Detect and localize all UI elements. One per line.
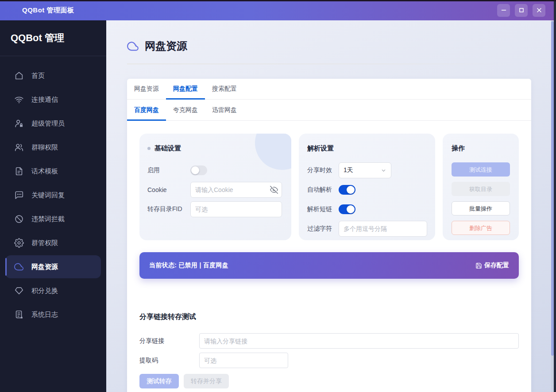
cookie-input[interactable] <box>190 182 282 198</box>
share-test-title: 分享链接转存测试 <box>139 312 519 322</box>
share-test-buttons: 测试转存 转存并分享 <box>139 374 519 388</box>
cookie-row: Cookie <box>147 182 283 198</box>
share-expiry-value: 1天 <box>344 166 353 174</box>
maximize-icon <box>519 8 524 13</box>
sidebar-item-admin-permission[interactable]: 群管权限 <box>5 231 101 254</box>
close-button[interactable] <box>533 4 545 17</box>
extract-code-row: 提取码 <box>139 353 519 368</box>
remove-ads-button[interactable]: 删除广告 <box>452 221 510 235</box>
auto-parse-row: 自动解析 <box>307 182 427 198</box>
toggle-knob <box>191 166 199 174</box>
filter-input[interactable] <box>339 221 427 237</box>
batch-operations-button[interactable]: 批量操作 <box>452 201 510 215</box>
config-cards: 基础设置 启用 Cookie <box>127 121 531 240</box>
sidebar-app-title: QQBot 管理 <box>0 20 106 56</box>
fid-row: 转存目录FID <box>147 201 283 217</box>
status-banner: 当前状态: 已禁用 | 百度网盘 保存配置 <box>139 252 519 279</box>
gear-icon <box>14 238 24 248</box>
sidebar-item-netdisk[interactable]: 网盘资源 <box>5 255 101 278</box>
maximize-button[interactable] <box>515 4 528 17</box>
short-link-row: 解析短链 <box>307 201 427 217</box>
filter-label: 过滤字符 <box>307 225 339 233</box>
sidebar-item-template[interactable]: 话术模板 <box>5 160 101 183</box>
status-text: 当前状态: 已禁用 | 百度网盘 <box>149 261 228 269</box>
window-right-edge <box>554 0 556 392</box>
sidebar-item-keyword-reply[interactable]: 关键词回复 <box>5 184 101 207</box>
short-link-label: 解析短链 <box>307 205 339 213</box>
sidebar-item-super-admin[interactable]: 超级管理员 <box>5 112 101 135</box>
scrollbar-thumb[interactable] <box>551 21 554 356</box>
actions-card: 操作 测试连接 获取目录 批量操作 删除广告 <box>443 134 519 240</box>
tab-netdisk-config[interactable]: 网盘配置 <box>166 79 205 99</box>
eye-off-icon[interactable] <box>270 186 278 194</box>
minimize-button[interactable] <box>497 4 510 17</box>
get-directory-button[interactable]: 获取目录 <box>452 182 510 196</box>
save-config-button[interactable]: 保存配置 <box>475 261 509 269</box>
extract-code-input[interactable] <box>199 353 288 368</box>
admin-lock-icon <box>14 119 24 128</box>
tab-bar: 网盘资源 网盘配置 搜索配置 <box>127 79 531 100</box>
share-expiry-row: 分享时效 1天 <box>307 162 427 178</box>
wifi-icon <box>14 95 24 104</box>
transfer-and-share-button[interactable]: 转存并分享 <box>184 374 229 388</box>
cookie-input-wrap <box>190 182 282 198</box>
save-icon <box>475 262 482 269</box>
sidebar: QQBot 管理 首页 连接通信 超级管理员 <box>0 20 106 392</box>
home-icon <box>14 71 24 81</box>
sidebar-item-logs[interactable]: 系统日志 <box>5 303 101 326</box>
filter-row: 过滤字符 <box>307 221 427 237</box>
log-doc-icon <box>14 310 24 319</box>
tab-search-config[interactable]: 搜索配置 <box>205 79 244 99</box>
keyword-reply-icon <box>14 190 24 200</box>
sidebar-item-group-permission[interactable]: 群聊权限 <box>5 136 101 159</box>
enable-row: 启用 <box>147 162 283 178</box>
bullet-dot-icon <box>147 147 151 150</box>
sidebar-item-points[interactable]: 积分兑换 <box>5 279 101 302</box>
share-link-label: 分享链接 <box>139 337 199 345</box>
share-link-input[interactable] <box>199 333 519 349</box>
actions-title: 操作 <box>452 144 510 153</box>
fid-label: 转存目录FID <box>147 205 190 213</box>
parse-settings-title: 解析设置 <box>307 144 427 153</box>
tab-netdisk-resources[interactable]: 网盘资源 <box>127 79 166 99</box>
window-top-edge <box>0 0 556 1</box>
ban-icon <box>14 214 24 224</box>
basic-settings-title: 基础设置 <box>147 144 283 153</box>
save-config-label: 保存配置 <box>484 261 509 269</box>
sidebar-item-connection[interactable]: 连接通信 <box>5 88 101 111</box>
share-link-row: 分享链接 <box>139 333 519 349</box>
test-transfer-button[interactable]: 测试转存 <box>139 374 179 388</box>
subtab-xunlei[interactable]: 迅雷网盘 <box>205 100 244 120</box>
share-expiry-select[interactable]: 1天 <box>339 162 391 178</box>
page-header: 网盘资源 <box>106 20 556 53</box>
scrollbar-track[interactable] <box>551 20 554 392</box>
auto-parse-toggle[interactable] <box>339 185 355 195</box>
test-connection-button[interactable]: 测试连接 <box>452 162 510 177</box>
group-users-icon <box>14 142 24 152</box>
enable-label: 启用 <box>147 166 190 174</box>
cookie-label: Cookie <box>147 186 190 193</box>
parse-settings-card: 解析设置 分享时效 1天 自动解析 <box>299 134 435 240</box>
sidebar-item-banned-words[interactable]: 违禁词拦截 <box>5 208 101 231</box>
cloud-icon <box>14 262 24 272</box>
sidebar-item-home[interactable]: 首页 <box>5 64 101 87</box>
titlebar: QQBot 管理面板 <box>0 0 556 20</box>
toggle-knob <box>347 205 355 213</box>
window-controls <box>497 4 545 17</box>
content-panel: 网盘资源 网盘配置 搜索配置 百度网盘 夸克网盘 迅雷网盘 基础设置 <box>127 79 531 392</box>
points-gem-icon <box>14 286 24 296</box>
window-title: QQBot 管理面板 <box>22 6 497 15</box>
toggle-knob <box>347 186 355 194</box>
app-window: QQBot 管理面板 QQBot 管理 <box>0 0 556 392</box>
short-link-toggle[interactable] <box>339 204 355 214</box>
minimize-icon <box>501 8 506 13</box>
subtab-quark[interactable]: 夸克网盘 <box>166 100 205 120</box>
enable-toggle[interactable] <box>190 165 207 175</box>
cloud-icon <box>127 40 139 52</box>
subtab-baidu[interactable]: 百度网盘 <box>127 100 166 120</box>
share-expiry-label: 分享时效 <box>307 166 339 174</box>
auto-parse-label: 自动解析 <box>307 186 339 194</box>
header-divider <box>127 64 519 64</box>
fid-input[interactable] <box>190 201 282 217</box>
basic-settings-card: 基础设置 启用 Cookie <box>139 134 291 240</box>
